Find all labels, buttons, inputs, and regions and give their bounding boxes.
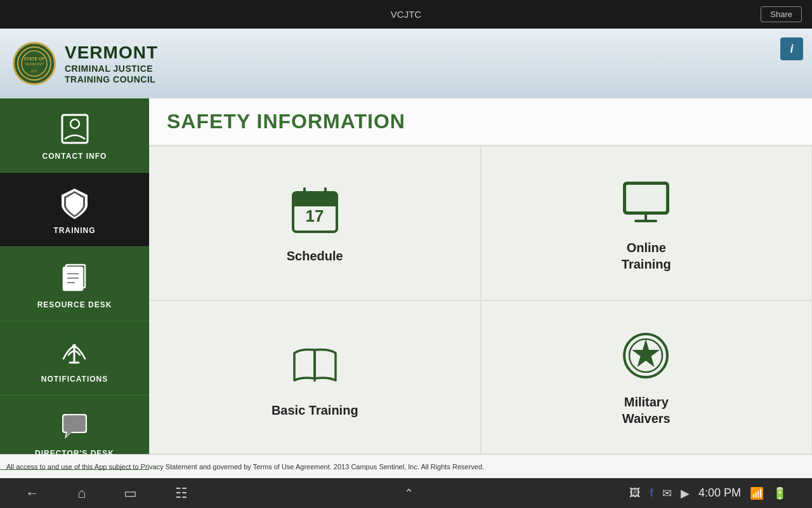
sidebar-item-training[interactable]: TRAINING [0, 173, 149, 247]
notifications-icon [56, 333, 94, 371]
sidebar-notifications-label: NOTIFICATIONS [41, 375, 108, 384]
image-icon: 🖼 [629, 486, 641, 500]
battery-icon: 🔋 [773, 486, 787, 500]
facebook-icon: f [650, 486, 653, 500]
org-sub1: CRIMINAL JUSTICE [65, 64, 158, 74]
contact-info-icon [56, 110, 94, 148]
svg-text:EST: EST [31, 69, 37, 73]
org-sub2: TRAINING COUNCIL [65, 74, 158, 85]
sidebar-item-notifications[interactable]: NOTIFICATIONS [0, 321, 149, 396]
svg-rect-25 [625, 184, 667, 212]
content-title: SAFETY INFORMATION [149, 98, 812, 146]
nav-right: 🖼 f ✉ ▶ 4:00 PM 📶 🔋 [629, 486, 787, 500]
sidebar: CONTACT INFO TRAINING [0, 98, 149, 454]
up-chevron-button[interactable]: ⌃ [404, 486, 414, 500]
basic-training-cell[interactable]: Basic Training [149, 300, 481, 455]
svg-point-8 [70, 119, 79, 128]
resource-desk-icon [56, 258, 94, 297]
nav-left: ← ⌂ ▭ ☷ [25, 485, 188, 502]
sidebar-item-contact-info[interactable]: CONTACT INFO [0, 98, 149, 173]
back-button[interactable]: ← [25, 485, 39, 502]
online-training-icon [618, 173, 675, 231]
content-area: SAFETY INFORMATION 17 Schedule [149, 98, 812, 454]
military-waivers-cell[interactable]: Military Waivers [481, 300, 813, 455]
svg-text:STATE OF: STATE OF [23, 57, 45, 61]
org-logo: STATE OF VERMONT EST [13, 42, 56, 85]
home-button[interactable]: ⌂ [77, 485, 86, 502]
footer-text: All access to and use of this App subjec… [6, 463, 484, 471]
online-training-cell[interactable]: Online Training [481, 146, 813, 300]
apps-button[interactable]: ☷ [175, 485, 188, 502]
main-layout: CONTACT INFO TRAINING [0, 98, 812, 454]
nav-bar: ← ⌂ ▭ ☷ ⌃ 🖼 f ✉ ▶ 4:00 PM 📶 🔋 [0, 478, 812, 508]
online-training-label: Online Training [622, 239, 671, 272]
basic-training-label: Basic Training [272, 402, 358, 418]
logo-area: STATE OF VERMONT EST VERMONT CRIMINAL JU… [13, 42, 158, 85]
sidebar-directors-label: DIRECTOR'S DESK [35, 449, 114, 458]
svg-text:17: 17 [305, 206, 324, 225]
schedule-label: Schedule [287, 248, 343, 264]
clock: 4:00 PM [698, 486, 741, 500]
signal-icon: ▶ [681, 486, 690, 500]
sidebar-item-resource-desk[interactable]: RESOURCE DESK [0, 247, 149, 321]
military-waivers-icon [618, 328, 675, 385]
app-header: STATE OF VERMONT EST VERMONT CRIMINAL JU… [0, 29, 812, 98]
training-icon [56, 184, 94, 222]
sidebar-item-directors-desk[interactable]: DIRECTOR'S DESK [0, 396, 149, 470]
info-button[interactable]: i [780, 37, 803, 60]
share-button[interactable]: Share [761, 6, 802, 22]
email-icon: ✉ [662, 486, 672, 500]
training-grid: 17 Schedule Online Train [149, 146, 812, 454]
svg-text:VERMONT: VERMONT [25, 62, 44, 66]
recents-button[interactable]: ▭ [124, 485, 137, 502]
directors-desk-icon [56, 407, 94, 445]
wifi-icon: 📶 [750, 486, 764, 500]
svg-point-17 [72, 344, 76, 348]
org-name: VERMONT CRIMINAL JUSTICE TRAINING COUNCI… [65, 42, 158, 84]
schedule-icon: 17 [286, 182, 343, 239]
military-waivers-label: Military Waivers [622, 394, 671, 427]
org-vermont: VERMONT [65, 42, 158, 64]
schedule-cell[interactable]: 17 Schedule [149, 146, 481, 300]
status-bar: VCJTC Share [0, 0, 812, 29]
sidebar-training-label: TRAINING [54, 226, 96, 235]
sidebar-contact-label: CONTACT INFO [43, 152, 107, 161]
app-title: VCJTC [391, 9, 421, 20]
sidebar-resource-label: RESOURCE DESK [37, 300, 112, 309]
basic-training-icon [286, 336, 343, 393]
svg-rect-20 [293, 201, 337, 206]
